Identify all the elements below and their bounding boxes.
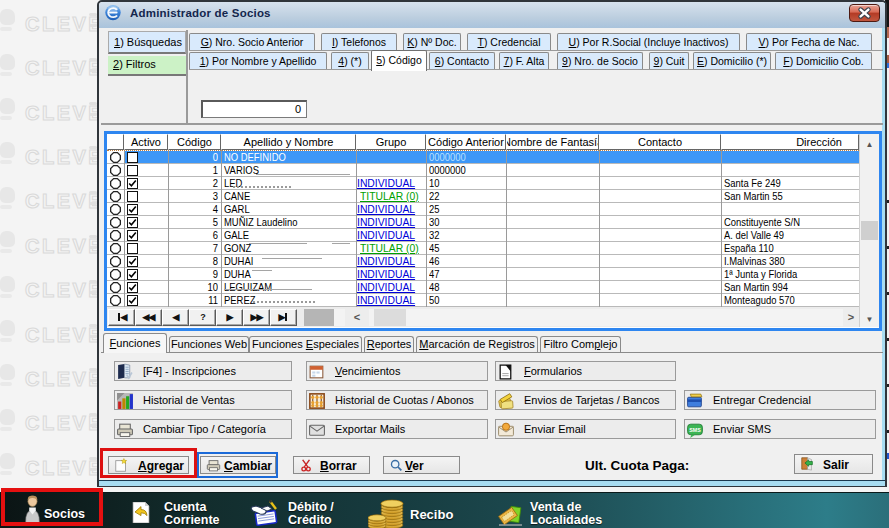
svg-text:SMS: SMS [689, 427, 701, 433]
